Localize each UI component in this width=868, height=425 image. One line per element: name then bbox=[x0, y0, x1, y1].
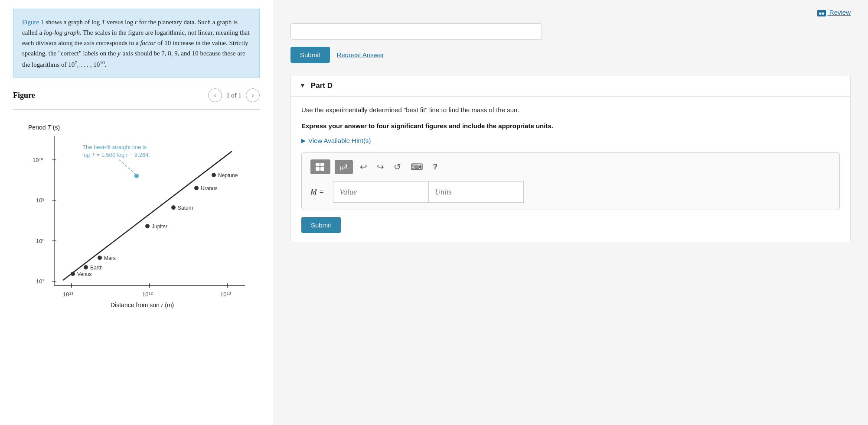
answer-box: μÅ ↩ ↪ ↺ ⌨ ? M = bbox=[301, 152, 840, 210]
svg-text:Distance from sun r (m): Distance from sun r (m) bbox=[111, 302, 174, 308]
svg-text:Neptune: Neptune bbox=[218, 172, 238, 178]
svg-point-33 bbox=[194, 186, 199, 190]
svg-text:Period T (s): Period T (s) bbox=[28, 124, 60, 131]
svg-text:1012: 1012 bbox=[142, 291, 153, 298]
top-action-row: Submit Request Answer bbox=[290, 47, 851, 63]
value-input[interactable] bbox=[333, 181, 428, 203]
help-btn[interactable]: ? bbox=[430, 161, 440, 173]
svg-text:Jupiter: Jupiter bbox=[152, 224, 167, 230]
graph-svg: Period T (s) The best-fit straight line … bbox=[15, 117, 258, 311]
part-d-header: ▼ Part D bbox=[291, 75, 850, 97]
m-label: M = bbox=[310, 188, 328, 197]
part-d-title: Part D bbox=[311, 81, 333, 90]
svg-point-23 bbox=[71, 272, 75, 276]
redo-btn[interactable]: ↪ bbox=[374, 160, 387, 174]
request-answer-link[interactable]: Request Answer bbox=[337, 51, 384, 58]
mu-icon: μÅ bbox=[340, 163, 348, 171]
figure-divider bbox=[13, 109, 260, 110]
figure-nav: ‹ 1 of 1 › bbox=[208, 88, 260, 102]
svg-text:Venus: Venus bbox=[77, 271, 91, 277]
mu-icon-btn[interactable]: μÅ bbox=[335, 160, 353, 174]
svg-point-29 bbox=[145, 224, 150, 228]
review-text: Review bbox=[829, 9, 851, 16]
figure-nav-label: 1 of 1 bbox=[226, 92, 241, 99]
svg-text:109: 109 bbox=[36, 197, 44, 204]
review-link[interactable]: ■■ Review bbox=[817, 9, 851, 16]
part-d-instruction: Express your answer to four significant … bbox=[301, 121, 840, 131]
figure-link[interactable]: Figure 1 bbox=[22, 19, 44, 26]
svg-text:108: 108 bbox=[36, 238, 44, 244]
keyboard-btn[interactable]: ⌨ bbox=[408, 160, 426, 174]
prev-figure-btn[interactable]: ‹ bbox=[208, 88, 222, 102]
hint-link-text: View Available Hint(s) bbox=[308, 137, 371, 144]
svg-point-4 bbox=[134, 174, 139, 178]
top-submit-button[interactable]: Submit bbox=[290, 47, 330, 63]
svg-point-35 bbox=[212, 173, 216, 177]
svg-line-3 bbox=[119, 160, 137, 175]
svg-point-31 bbox=[171, 205, 176, 210]
review-link-container: ■■ Review bbox=[290, 9, 851, 16]
svg-text:1013: 1013 bbox=[220, 291, 231, 298]
svg-text:107: 107 bbox=[36, 278, 44, 285]
figure-header: Figure ‹ 1 of 1 › bbox=[13, 88, 260, 102]
info-box: Figure 1 shows a graph of log T versus l… bbox=[13, 9, 260, 78]
part-d-submit-button[interactable]: Submit bbox=[301, 217, 341, 233]
review-icon: ■■ bbox=[817, 10, 826, 16]
info-text-1: shows a graph of log T versus log r for … bbox=[22, 19, 249, 68]
refresh-btn[interactable]: ↺ bbox=[391, 160, 404, 174]
svg-text:1010: 1010 bbox=[33, 157, 43, 163]
svg-text:Earth: Earth bbox=[90, 265, 103, 271]
grid-icon-btn[interactable] bbox=[310, 159, 330, 174]
next-figure-btn[interactable]: › bbox=[246, 88, 260, 102]
svg-text:log T = 1.500 log r − 9.264.: log T = 1.500 log r − 9.264. bbox=[82, 152, 150, 158]
svg-rect-39 bbox=[316, 167, 320, 171]
svg-rect-40 bbox=[320, 167, 324, 171]
svg-text:1011: 1011 bbox=[63, 291, 73, 298]
part-d-body: Use the experimentally determined "best … bbox=[291, 97, 850, 242]
hint-arrow-icon: ▶ bbox=[301, 137, 306, 144]
toolbar: μÅ ↩ ↪ ↺ ⌨ ? bbox=[310, 159, 831, 174]
svg-text:Saturn: Saturn bbox=[178, 205, 193, 211]
right-panel: ■■ Review Submit Request Answer ▼ Part D… bbox=[273, 0, 868, 425]
units-input[interactable] bbox=[428, 181, 524, 203]
svg-text:Mars: Mars bbox=[104, 255, 116, 261]
figure-container: Period T (s) The best-fit straight line … bbox=[13, 117, 260, 311]
part-d-description: Use the experimentally determined "best … bbox=[301, 105, 840, 115]
svg-text:The best-fit straight line is: The best-fit straight line is bbox=[82, 144, 147, 150]
figure-title: Figure bbox=[13, 91, 35, 100]
undo-btn[interactable]: ↩ bbox=[357, 160, 370, 174]
answer-input-row: M = bbox=[310, 181, 831, 203]
svg-point-25 bbox=[84, 265, 88, 269]
hint-link[interactable]: ▶ View Available Hint(s) bbox=[301, 137, 840, 144]
svg-rect-38 bbox=[320, 163, 324, 166]
svg-rect-37 bbox=[316, 163, 320, 166]
grid-icon bbox=[316, 163, 325, 171]
svg-text:Uranus: Uranus bbox=[201, 185, 218, 191]
top-input-row bbox=[290, 23, 851, 40]
top-answer-input[interactable] bbox=[290, 23, 542, 40]
part-d-section: ▼ Part D Use the experimentally determin… bbox=[290, 75, 851, 242]
collapse-icon[interactable]: ▼ bbox=[300, 82, 306, 89]
left-panel: Figure 1 shows a graph of log T versus l… bbox=[0, 0, 273, 425]
svg-point-27 bbox=[98, 256, 102, 260]
svg-line-22 bbox=[63, 151, 232, 280]
